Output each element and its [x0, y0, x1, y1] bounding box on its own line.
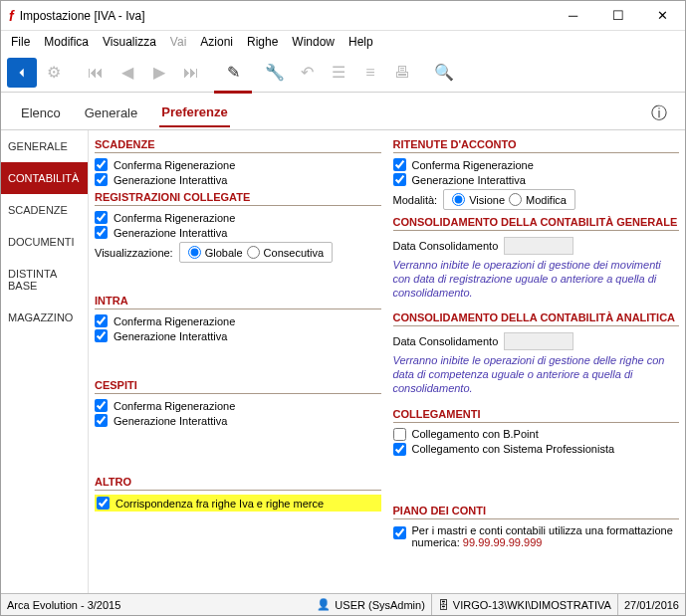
sidebar-item-distinta[interactable]: DISTINTA BASE: [1, 258, 88, 302]
nav-first-button[interactable]: ⏮: [81, 58, 111, 88]
status-product: Arca Evolution - 3/2015: [1, 594, 126, 615]
tools-button[interactable]: 🔧: [260, 58, 290, 88]
check-rit-generazione[interactable]: [393, 173, 406, 186]
nav-prev-button[interactable]: ◀: [113, 58, 142, 88]
titlebar: f Impostazione [IVA - Iva] ─ ☐ ✕: [1, 1, 685, 31]
section-ritenute: RITENUTE D'ACCONTO: [393, 134, 680, 153]
radio-label-globale: Globale: [205, 247, 243, 259]
check-rit-conferma[interactable]: [393, 158, 406, 171]
sidebar-item-contabilita[interactable]: CONTABILITÀ: [1, 162, 88, 194]
status-user: USER (SysAdmin): [335, 599, 424, 611]
label-visualizzazione: Visualizzazione:: [95, 247, 173, 259]
radio-mod-visione[interactable]: [452, 193, 465, 206]
label-scadenze-conferma: Conferma Rigenerazione: [114, 159, 235, 171]
hint-cons-ana: Verranno inibite le operazioni di gestio…: [393, 352, 680, 397]
filter-button[interactable]: ☰: [324, 58, 353, 88]
filter-icon: ☰: [332, 63, 345, 82]
menubar: File Modifica Visualizza Vai Azioni Righ…: [1, 31, 685, 53]
nav-next-button[interactable]: ▶: [144, 58, 174, 88]
section-altro: ALTRO: [95, 472, 381, 491]
label-reg-conferma: Conferma Rigenerazione: [114, 212, 235, 224]
sidebar-item-magazzino[interactable]: MAGAZZINO: [1, 302, 88, 333]
prev-icon: ◀: [121, 63, 133, 82]
field-data-cons-gen[interactable]: [504, 237, 573, 255]
field-data-cons-ana[interactable]: [504, 332, 573, 350]
menu-righe[interactable]: Righe: [247, 35, 278, 49]
check-altro-corrispondenza[interactable]: [97, 497, 110, 510]
menu-help[interactable]: Help: [348, 35, 373, 49]
section-cons-ana: CONSOLIDAMENTO DELLA CONTABILITÀ ANALITI…: [393, 308, 680, 326]
edit-button[interactable]: ✎: [218, 58, 248, 88]
section-intra: INTRA: [95, 291, 381, 309]
menu-modifica[interactable]: Modifica: [44, 35, 89, 49]
section-scadenze: SCADENZE: [95, 134, 381, 153]
check-coll-bpoint[interactable]: [393, 428, 406, 441]
radio-label-modifica: Modifica: [526, 194, 567, 206]
label-piano-format: Per i mastri e conti contabili utilizza …: [412, 524, 680, 548]
menu-window[interactable]: Window: [292, 35, 335, 49]
menu-azioni[interactable]: Azioni: [200, 35, 233, 49]
app-window: f Impostazione [IVA - Iva] ─ ☐ ✕ File Mo…: [0, 0, 686, 616]
undo-icon: ↶: [301, 63, 314, 82]
pencil-icon: ✎: [227, 63, 240, 82]
label-cespiti-generazione: Generazione Interattiva: [114, 415, 227, 427]
menu-file[interactable]: File: [11, 35, 30, 49]
maximize-button[interactable]: ☐: [595, 1, 640, 30]
minimize-button[interactable]: ─: [551, 1, 595, 30]
sidebar-item-documenti[interactable]: DOCUMENTI: [1, 226, 88, 258]
print-icon: 🖶: [394, 64, 410, 82]
settings-button[interactable]: ⚙: [39, 58, 69, 88]
radio-label-consecutiva: Consecutiva: [264, 247, 325, 259]
tab-preferenze[interactable]: Preferenze: [159, 101, 229, 127]
label-intra-conferma: Conferma Rigenerazione: [114, 315, 235, 327]
check-scadenze-generazione[interactable]: [95, 173, 108, 186]
check-reg-generazione[interactable]: [95, 226, 108, 239]
nav-last-button[interactable]: ⏭: [176, 58, 206, 88]
check-cespiti-generazione[interactable]: [95, 414, 108, 427]
menu-vai[interactable]: Vai: [170, 35, 186, 49]
arrow-left-icon: [15, 66, 29, 80]
status-date: 27/01/2016: [618, 594, 685, 615]
search-button[interactable]: 🔍: [429, 58, 459, 88]
last-icon: ⏭: [183, 64, 199, 82]
label-altro-corrispondenza: Corrispondenza fra righe Iva e righe mer…: [115, 498, 324, 510]
check-piano-format[interactable]: [393, 526, 406, 539]
radio-mod-modifica[interactable]: [509, 193, 522, 206]
back-button[interactable]: [7, 58, 37, 88]
check-intra-generazione[interactable]: [95, 329, 108, 342]
sidebar-item-generale[interactable]: GENERALE: [1, 130, 88, 162]
gear-icon: ⚙: [47, 63, 61, 82]
label-data-cons-ana: Data Consolidamento: [393, 335, 499, 347]
toolbar: ⚙ ⏮ ◀ ▶ ⏭ ✎ 🔧 ↶ ☰ ≡ 🖶: [1, 53, 685, 93]
label-coll-bpoint: Collegamento con B.Point: [412, 428, 539, 440]
check-coll-sp[interactable]: [393, 443, 406, 456]
search-icon: 🔍: [434, 63, 454, 82]
user-icon: 👤: [317, 598, 331, 611]
check-scadenze-conferma[interactable]: [95, 158, 108, 171]
database-icon: 🗄: [438, 599, 449, 611]
check-reg-conferma[interactable]: [95, 211, 108, 224]
info-icon[interactable]: ⓘ: [651, 103, 667, 124]
sidebar-item-scadenze[interactable]: SCADENZE: [1, 194, 88, 226]
menu-visualizza[interactable]: Visualizza: [103, 35, 156, 49]
label-cespiti-conferma: Conferma Rigenerazione: [114, 400, 235, 412]
check-intra-conferma[interactable]: [95, 314, 108, 327]
tab-generale[interactable]: Generale: [83, 102, 139, 126]
filter2-icon: ≡: [365, 64, 374, 82]
piano-text-b: 99.99.99.99.999: [463, 536, 543, 548]
tab-elenco[interactable]: Elenco: [19, 102, 63, 126]
filter2-button[interactable]: ≡: [355, 58, 385, 88]
section-cespiti: CESPITI: [95, 375, 381, 394]
check-cespiti-conferma[interactable]: [95, 399, 108, 412]
radio-vis-globale[interactable]: [188, 246, 201, 259]
hint-cons-gen: Verranno inibite le operazioni di gestio…: [393, 257, 680, 302]
radio-vis-consecutiva[interactable]: [247, 246, 260, 259]
section-registrazioni: REGISTRAZIONI COLLEGATE: [95, 187, 381, 206]
first-icon: ⏮: [88, 64, 104, 82]
print-button[interactable]: 🖶: [387, 58, 417, 88]
close-button[interactable]: ✕: [640, 1, 685, 30]
statusbar: Arca Evolution - 3/2015 👤 USER (SysAdmin…: [1, 593, 685, 615]
label-data-cons-gen: Data Consolidamento: [393, 240, 499, 252]
undo-button[interactable]: ↶: [292, 58, 322, 88]
content: SCADENZE Conferma Rigenerazione Generazi…: [89, 130, 685, 593]
